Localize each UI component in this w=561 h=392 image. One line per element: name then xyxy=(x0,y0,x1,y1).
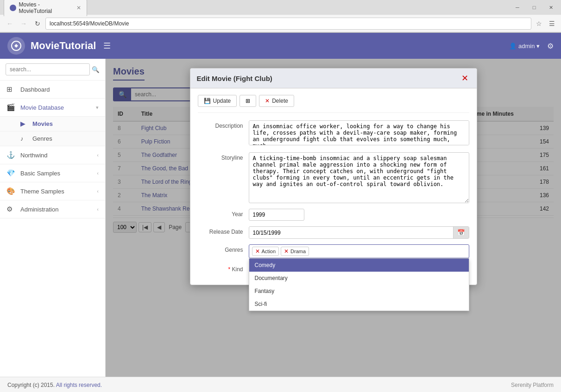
genre-tags-container[interactable]: ✕ Action ✕ Drama xyxy=(249,244,469,258)
genre-tag-action-label: Action xyxy=(262,249,276,254)
menu-icon[interactable]: ☰ xyxy=(546,18,557,29)
app-footer: Copyright (c) 2015. All rights reserved.… xyxy=(0,377,561,392)
delete-label: Delete xyxy=(272,98,288,104)
sidebar-search-button[interactable]: 🔍 xyxy=(92,66,100,73)
sidebar-movie-database-label: Movie Database xyxy=(20,104,96,111)
year-label: Year xyxy=(198,209,249,218)
release-date-label: Release Date xyxy=(198,226,249,235)
header-right: 👤 admin ▾ ⚙ xyxy=(509,42,554,50)
sidebar: 🔍 ⊞ Dashboard 🎬 Movie Database ▾ ▶ Movie… xyxy=(0,59,106,377)
genre-dropdown: Comedy Documentary Fantasy Sci-fi xyxy=(249,258,469,311)
sidebar-item-genres[interactable]: ♪ Genres xyxy=(0,131,105,146)
description-label: Description xyxy=(198,120,249,129)
release-date-row: Release Date 📅 xyxy=(198,226,469,239)
sidebar-movies-label: Movies xyxy=(32,120,53,127)
app-title: MovieTutorial xyxy=(31,40,96,52)
sidebar-item-administration[interactable]: ⚙ Administration ‹ xyxy=(0,200,105,218)
sidebar-genres-label: Genres xyxy=(32,135,52,142)
genre-tag-action-remove[interactable]: ✕ xyxy=(255,248,260,255)
sidebar-item-theme-samples[interactable]: 🎨 Theme Samples ‹ xyxy=(0,182,105,200)
app-logo xyxy=(7,37,25,55)
sidebar-search-input[interactable] xyxy=(6,63,90,75)
sidebar-item-northwind[interactable]: ⚓ Northwind ‹ xyxy=(0,146,105,164)
sidebar-item-basic-samples[interactable]: 💎 Basic Samples ‹ xyxy=(0,164,105,182)
update-icon: 💾 xyxy=(204,98,211,104)
calendar-button[interactable]: 📅 xyxy=(453,227,469,238)
bookmark-icon[interactable]: ☆ xyxy=(533,18,544,29)
update-button[interactable]: 💾 Update xyxy=(198,95,237,107)
tab-title: Movies - MovieTutorial xyxy=(19,1,73,14)
browser-titlebar: Movies - MovieTutorial ✕ ─ □ ✕ xyxy=(0,0,561,15)
basic-samples-icon: 💎 xyxy=(6,169,16,177)
genre-tag-drama-remove[interactable]: ✕ xyxy=(284,248,289,255)
browser-toolbar: ← → ↻ localhost:56549/MovieDB/Movie ☆ ☰ xyxy=(0,15,561,32)
grid-icon: ⊞ xyxy=(246,98,250,104)
address-text: localhost:56549/MovieDB/Movie xyxy=(50,20,129,27)
app-header: MovieTutorial ☰ 👤 admin ▾ ⚙ xyxy=(0,33,561,59)
administration-arrow: ‹ xyxy=(97,206,99,212)
storyline-input[interactable]: A ticking-time-bomb insomniac and a slip… xyxy=(249,152,469,203)
header-settings-icon[interactable]: ⚙ xyxy=(547,42,554,50)
genre-tag-action: ✕ Action xyxy=(252,247,279,256)
basic-samples-arrow: ‹ xyxy=(97,170,99,176)
modal-title: Edit Movie (Fight Club) xyxy=(197,75,272,82)
modal-close-button[interactable]: ✕ xyxy=(460,73,470,83)
window-controls: ─ □ ✕ xyxy=(511,3,557,12)
edit-movie-modal: Edit Movie (Fight Club) ✕ 💾 Update ⊞ xyxy=(190,68,477,285)
modal-header: Edit Movie (Fight Club) ✕ xyxy=(190,68,477,88)
admin-label: admin xyxy=(518,43,535,50)
theme-samples-arrow: ‹ xyxy=(97,188,99,194)
movie-database-icon: 🎬 xyxy=(6,103,16,112)
rights-text: All rights reserved. xyxy=(56,382,102,388)
sidebar-item-movies[interactable]: ▶ Movies xyxy=(0,117,105,131)
maximize-button[interactable]: □ xyxy=(528,3,541,12)
sidebar-theme-samples-label: Theme Samples xyxy=(20,188,97,195)
back-button[interactable]: ← xyxy=(4,18,16,30)
genre-option-fantasy[interactable]: Fantasy xyxy=(249,285,469,298)
northwind-icon: ⚓ xyxy=(6,151,16,159)
kind-label: Kind xyxy=(198,264,249,273)
year-input[interactable] xyxy=(249,209,304,221)
footer-copyright: Copyright (c) 2015. All rights reserved. xyxy=(7,382,102,388)
description-input[interactable]: An insomniac office worker, looking for … xyxy=(249,120,469,145)
sidebar-item-movie-database[interactable]: 🎬 Movie Database ▾ xyxy=(0,99,105,117)
genres-row: Genres ✕ Action ✕ Drama xyxy=(198,244,469,258)
administration-icon: ⚙ xyxy=(6,205,16,213)
genres-icon: ♪ xyxy=(20,135,29,142)
movie-database-arrow: ▾ xyxy=(96,105,99,111)
browser-tab[interactable]: Movies - MovieTutorial ✕ xyxy=(4,0,87,16)
tab-close-icon[interactable]: ✕ xyxy=(76,5,81,11)
description-row: Description An insomniac office worker, … xyxy=(198,120,469,147)
admin-icon: 👤 xyxy=(509,43,517,50)
sidebar-sub-movie-database: ▶ Movies ♪ Genres xyxy=(0,117,105,146)
tab-favicon xyxy=(10,5,16,11)
footer-platform: Serenity Platform xyxy=(511,382,554,388)
year-row: Year xyxy=(198,209,469,221)
grid-view-button[interactable]: ⊞ xyxy=(240,95,256,107)
modal-overlay: Edit Movie (Fight Club) ✕ 💾 Update ⊞ xyxy=(106,59,561,377)
close-button[interactable]: ✕ xyxy=(544,3,557,12)
storyline-label: Storyline xyxy=(198,152,249,161)
address-bar[interactable]: localhost:56549/MovieDB/Movie xyxy=(45,18,531,30)
storyline-row: Storyline A ticking-time-bomb insomniac … xyxy=(198,152,469,203)
sidebar-administration-label: Administration xyxy=(20,206,97,213)
genre-option-scifi[interactable]: Sci-fi xyxy=(249,298,469,311)
sidebar-item-dashboard[interactable]: ⊞ Dashboard xyxy=(0,81,105,99)
modal-toolbar: 💾 Update ⊞ ✕ Delete xyxy=(198,95,469,113)
refresh-button[interactable]: ↻ xyxy=(32,18,44,30)
genre-tag-drama: ✕ Drama xyxy=(281,247,309,256)
sidebar-basic-samples-label: Basic Samples xyxy=(20,170,97,177)
main-content: Movies 🔍 all ⊕ New Movie ⚙ ⊞ ID Tit xyxy=(106,59,561,377)
admin-menu[interactable]: 👤 admin ▾ xyxy=(509,43,540,50)
header-menu-icon[interactable]: ☰ xyxy=(103,41,111,51)
forward-button[interactable]: → xyxy=(18,18,30,30)
delete-button[interactable]: ✕ Delete xyxy=(259,95,294,107)
minimize-button[interactable]: ─ xyxy=(511,3,524,12)
sidebar-search-area: 🔍 xyxy=(0,59,105,81)
genre-option-comedy[interactable]: Comedy xyxy=(249,259,469,272)
genre-tag-drama-label: Drama xyxy=(290,249,306,254)
genre-option-documentary[interactable]: Documentary xyxy=(249,272,469,285)
release-date-wrapper: 📅 xyxy=(249,226,469,239)
sidebar-northwind-label: Northwind xyxy=(20,152,97,159)
release-date-input[interactable] xyxy=(249,227,453,238)
